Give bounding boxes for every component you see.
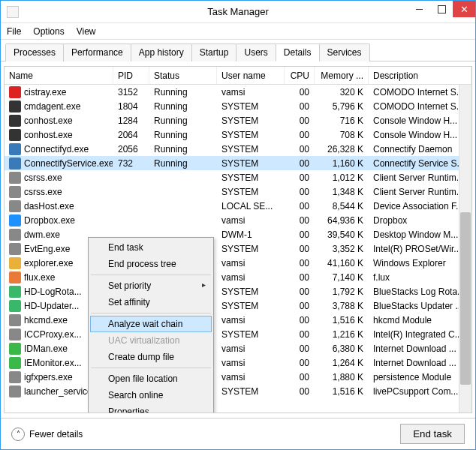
table-row[interactable]: explorer.exevamsi0041,160 KWindows Explo…: [5, 256, 471, 270]
cell-user: DWM-1: [217, 227, 285, 242]
tab-details[interactable]: Details: [276, 44, 320, 62]
cell-status: Running: [149, 113, 217, 128]
cell-user: vamsi: [217, 85, 285, 99]
process-icon: [9, 158, 21, 170]
maximize-button[interactable]: [430, 1, 453, 17]
cell-cpu: 00: [285, 270, 315, 284]
tab-services[interactable]: Services: [319, 44, 370, 62]
cell-cpu: 00: [285, 341, 315, 356]
cm-properties[interactable]: Properties: [90, 404, 212, 413]
col-user[interactable]: User name: [217, 67, 285, 84]
cell-user: vamsi: [217, 356, 285, 370]
table-row[interactable]: cistray.exe3152Runningvamsi00320 KCOMODO…: [5, 85, 471, 99]
menu-options[interactable]: Options: [33, 26, 64, 37]
cell-name: hkcmd.exe: [24, 315, 68, 326]
tab-processes[interactable]: Processes: [5, 44, 64, 62]
tab-performance[interactable]: Performance: [63, 44, 131, 62]
table-row[interactable]: dasHost.exeLOCAL SE...008,544 KDevice As…: [5, 199, 471, 213]
cell-desc: persistence Module: [369, 370, 471, 384]
vertical-scrollbar[interactable]: [459, 85, 471, 412]
cm-search-online[interactable]: Search online: [90, 387, 212, 404]
cm-open-file-location[interactable]: Open file location: [90, 370, 212, 387]
cm-set-priority[interactable]: Set priority: [90, 278, 212, 294]
col-name[interactable]: Name: [5, 67, 113, 84]
tab-users[interactable]: Users: [236, 44, 276, 62]
table-row[interactable]: conhost.exe1284RunningSYSTEM00716 KConso…: [5, 113, 471, 128]
tab-startup[interactable]: Startup: [191, 44, 237, 62]
cm-create-dump[interactable]: Create dump file: [90, 349, 212, 365]
cell-mem: 5,796 K: [315, 99, 369, 113]
cell-cpu: 00: [285, 227, 315, 242]
cell-user: SYSTEM: [217, 99, 285, 113]
cell-user: SYSTEM: [217, 327, 285, 341]
cell-mem: 26,328 K: [315, 142, 369, 156]
app-icon: [7, 6, 19, 18]
table-row[interactable]: EvtEng.exeSYSTEM003,352 KIntel(R) PROSet…: [5, 242, 471, 256]
tab-app-history[interactable]: App history: [131, 44, 192, 62]
cell-status: Running: [149, 142, 217, 156]
col-mem[interactable]: Memory ...: [315, 67, 369, 84]
table-row[interactable]: csrss.exeSYSTEM001,012 KClient Server Ru…: [5, 170, 471, 184]
table-row[interactable]: IDMan.exevamsi006,380 KInternet Download…: [5, 341, 471, 356]
process-icon: [9, 143, 21, 155]
cell-user: vamsi: [217, 341, 285, 356]
table-row[interactable]: ICCProxy.ex...SYSTEM001,216 KIntel(R) In…: [5, 327, 471, 341]
cell-user: SYSTEM: [217, 384, 285, 398]
fewer-details-toggle[interactable]: ˄ Fewer details: [11, 428, 83, 441]
footer: ˄ Fewer details End task: [1, 418, 475, 449]
cell-name: csrss.exe: [24, 187, 62, 197]
col-desc[interactable]: Description: [369, 67, 471, 84]
cell-pid: 1284: [113, 113, 149, 128]
cm-sep: [91, 313, 211, 314]
table-row[interactable]: IEMonitor.ex...vamsi001,264 KInternet Do…: [5, 356, 471, 370]
table-row[interactable]: Dropbox.exevamsi0064,936 KDropbox: [5, 213, 471, 227]
table-row[interactable]: HD-Updater...SYSTEM003,788 KBlueStacks U…: [5, 298, 471, 313]
cm-end-tree[interactable]: End process tree: [90, 256, 212, 272]
cell-user: vamsi: [217, 313, 285, 327]
cell-desc: Connectify Service S...: [369, 156, 471, 170]
cell-status: Running: [149, 156, 217, 170]
col-cpu[interactable]: CPU: [285, 67, 315, 84]
process-list[interactable]: cistray.exe3152Runningvamsi00320 KCOMODO…: [5, 85, 471, 412]
cm-end-task[interactable]: End task: [90, 239, 212, 256]
cell-name: ICCProxy.ex...: [24, 329, 81, 340]
end-task-button[interactable]: End task: [400, 424, 465, 444]
minimize-button[interactable]: [408, 1, 430, 17]
table-row[interactable]: conhost.exe2064RunningSYSTEM00708 KConso…: [5, 128, 471, 142]
cell-pid: 732: [113, 156, 149, 170]
table-row[interactable]: csrss.exeSYSTEM001,348 KClient Server Ru…: [5, 184, 471, 199]
table-row[interactable]: Connectifyd.exe2056RunningSYSTEM0026,328…: [5, 142, 471, 156]
close-button[interactable]: ✕: [453, 1, 475, 17]
table-row[interactable]: hkcmd.exevamsi001,516 Khkcmd Module: [5, 313, 471, 327]
cell-status: [149, 199, 217, 213]
cm-set-affinity[interactable]: Set affinity: [90, 294, 212, 310]
table-row[interactable]: cmdagent.exe1804RunningSYSTEM005,796 KCO…: [5, 99, 471, 113]
table-row[interactable]: launcher_service.exe372RunningSYSTEM001,…: [5, 384, 471, 398]
cell-cpu: 00: [285, 199, 315, 213]
cell-pid: 3152: [113, 85, 149, 99]
col-pid[interactable]: PID: [113, 67, 149, 84]
menu-file[interactable]: File: [7, 26, 21, 37]
col-status[interactable]: Status: [149, 67, 217, 84]
table-row[interactable]: ConnectifyService.exe732RunningSYSTEM001…: [5, 156, 471, 170]
cm-analyze-wait-chain[interactable]: Analyze wait chain: [90, 316, 212, 332]
table-row[interactable]: flux.exevamsi007,140 Kf.lux: [5, 270, 471, 284]
table-row[interactable]: HD-LogRota...SYSTEM001,792 KBlueStacks L…: [5, 284, 471, 298]
cell-cpu: 00: [285, 356, 315, 370]
cm-sep: [91, 274, 211, 275]
table-row[interactable]: igfxpers.exe4860Runningvamsi001,880 Kper…: [5, 370, 471, 384]
cell-name: conhost.exe: [24, 116, 73, 126]
cell-name: EvtEng.exe: [24, 244, 70, 254]
cell-cpu: 00: [285, 284, 315, 298]
process-icon: [9, 343, 21, 355]
cell-pid: [113, 170, 149, 184]
scroll-thumb[interactable]: [460, 212, 471, 385]
process-icon: [9, 214, 21, 226]
process-icon: [9, 115, 21, 127]
table-row[interactable]: dwm.exeDWM-10039,540 KDesktop Window M..…: [5, 227, 471, 242]
menu-view[interactable]: View: [77, 26, 96, 37]
cell-user: vamsi: [217, 270, 285, 284]
cell-mem: 1,348 K: [315, 184, 369, 199]
cell-mem: 1,516 K: [315, 313, 369, 327]
cell-name: Dropbox.exe: [24, 215, 75, 226]
